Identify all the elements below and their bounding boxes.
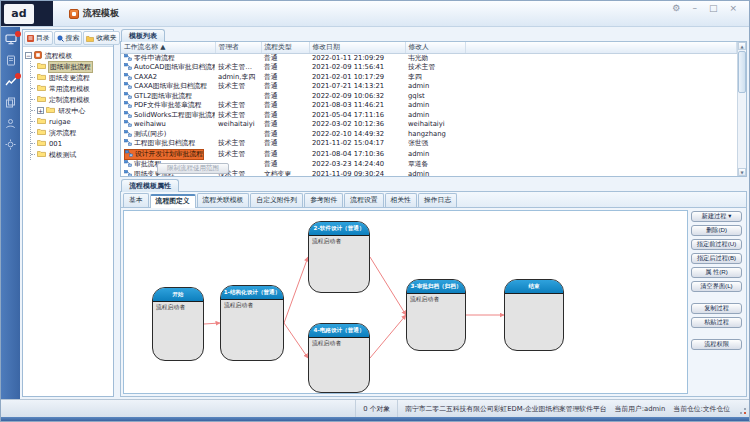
workflow-icon: [124, 101, 132, 111]
right-area: 模板列表 工作流名称 ▲管理者流程类型修改日期修改人 零件申请流程普通2022-…: [118, 29, 747, 397]
tree-root-item[interactable]: −流程模板: [25, 50, 112, 61]
column-header[interactable]: 修改人: [405, 42, 465, 53]
table-cell: 2022-02-10 14:49:32: [309, 130, 405, 140]
close-icon[interactable]: ×: [729, 4, 737, 13]
tree-item[interactable]: 演示流程: [31, 127, 112, 138]
workflow-name: GTL2图纸审批流程: [124, 92, 192, 102]
column-header[interactable]: 管理者: [215, 42, 261, 53]
maximize-icon[interactable]: □: [709, 4, 718, 13]
flow-button[interactable]: 流程权限: [691, 339, 742, 350]
table-cell: 普通: [261, 160, 309, 170]
workflow-name: CAXA图纸审批归档流程: [124, 82, 207, 92]
flow-node-title: 3-审批归档（归档）: [407, 280, 465, 294]
search-button[interactable]: 搜索: [54, 31, 83, 45]
tree-item-label: 常用流程模板: [48, 84, 91, 94]
settings-icon[interactable]: ⚙: [672, 4, 680, 13]
copy-icon[interactable]: [4, 97, 17, 108]
table-row[interactable]: weihaiwuweihaitaiyi普通2022-03-02 10:12:36…: [121, 120, 737, 130]
table-cell: 技术主管: [215, 101, 261, 111]
workflow-name-label: 测试(同步): [134, 131, 167, 139]
tab-template-list[interactable]: 模板列表: [121, 29, 165, 42]
table-row[interactable]: CAXA2admin,李四普通2021-02-01 10:17:29李四: [121, 73, 737, 83]
folder-icon: [37, 117, 46, 126]
table-scrollbar[interactable]: ▲ ▼: [737, 42, 746, 176]
table-row[interactable]: 零件申请流程普通2022-01-11 21:09:29韦光勋: [121, 53, 737, 63]
flow-node-n4[interactable]: 4-电路设计（普通）流程启动者: [308, 323, 370, 393]
table-row[interactable]: AutoCAD图纸审批归档流程技术主管…普通2021-02-09 11:56:4…: [121, 63, 737, 73]
tree-item[interactable]: ruigae: [31, 116, 112, 127]
flow-node-start[interactable]: 开始流程启动者: [152, 287, 204, 361]
expand-icon[interactable]: +: [37, 107, 44, 114]
table-cell: 技术主管: [215, 139, 261, 149]
column-header[interactable]: 流程类型: [261, 42, 309, 53]
flow-button[interactable]: 新建过程 ▾: [691, 211, 742, 222]
flow-node-n1[interactable]: 1-结构化设计（普通）流程启动者: [220, 285, 284, 361]
table-cell: 2021-05-04 17:11:16: [309, 111, 405, 121]
flowchart-canvas[interactable]: 开始流程启动者1-结构化设计（普通）流程启动者2-软件设计（普通）流程启动者4-…: [123, 210, 688, 394]
restrict-scope-button[interactable]: 限制流程使用范围: [157, 163, 229, 174]
scrollbar-thumb[interactable]: [738, 51, 746, 93]
tree-item[interactable]: 图纸审批流程: [31, 61, 112, 72]
tab-template-properties[interactable]: 流程模板属性: [121, 179, 179, 192]
table-cell: [465, 111, 737, 121]
flow-button[interactable]: 属 性(R): [691, 267, 742, 278]
gear-icon[interactable]: [4, 139, 17, 150]
column-header[interactable]: 工作流名称 ▲: [121, 42, 215, 53]
tab-流程关联模板[interactable]: 流程关联模板: [197, 193, 250, 207]
tree-item[interactable]: 001: [31, 138, 112, 149]
table-cell: SolidWorks工程图审批流程: [121, 111, 215, 121]
flow-button[interactable]: 粘贴过程: [691, 317, 742, 328]
tree-item[interactable]: +研发中心: [31, 105, 112, 116]
flow-button[interactable]: 指定后过程(B): [691, 253, 742, 264]
collapse-icon[interactable]: −: [25, 52, 32, 59]
catalog-button[interactable]: 目录: [24, 31, 53, 45]
scroll-up-icon[interactable]: ▲: [738, 42, 746, 50]
flow-node-n3[interactable]: 3-审批归档（归档）流程启动者: [406, 279, 466, 351]
table-row[interactable]: CAXA图纸审批归档流程技术主管普通2021-07-21 14:13:21adm…: [121, 82, 737, 92]
page-title: 流程模板: [83, 7, 119, 20]
tab-参考附件[interactable]: 参考附件: [304, 193, 343, 207]
table-cell: 2021-11-09 09:30:24: [309, 170, 405, 177]
table-row[interactable]: 工程图审批归档流程技术主管普通2021-11-02 15:04:17张世强: [121, 139, 737, 149]
tab-基本[interactable]: 基本: [123, 193, 149, 207]
table-row[interactable]: GTL2图纸审批流程普通2022-02-09 10:06:32gqlst: [121, 92, 737, 102]
resize-grip[interactable]: [737, 403, 747, 415]
flow-button[interactable]: 清空界面(L): [691, 281, 742, 292]
folder-icon: [37, 128, 46, 137]
left-nav-rail: [1, 27, 20, 399]
root-icon: [34, 51, 42, 61]
desktop-icon[interactable]: [4, 34, 17, 45]
tree-item[interactable]: 模板测试: [31, 149, 112, 160]
table-cell: 普通: [261, 149, 309, 161]
tree-item[interactable]: 定制流程模板: [31, 94, 112, 105]
table-cell: 2021-11-02 15:04:17: [309, 139, 405, 149]
scroll-down-icon[interactable]: ▼: [738, 168, 746, 176]
column-header[interactable]: 修改日期: [309, 42, 405, 53]
flow-node-n2[interactable]: 2-软件设计（普通）流程启动者: [308, 221, 370, 293]
tab-流程图定义[interactable]: 流程图定义: [150, 194, 196, 208]
status-object-count: 0 个对象: [355, 400, 397, 417]
tab-流程设置[interactable]: 流程设置: [344, 193, 383, 207]
flow-button[interactable]: 指定前过程(U): [691, 239, 742, 250]
flow-button[interactable]: 复制过程: [691, 303, 742, 314]
flow-button[interactable]: 删除(D): [691, 225, 742, 236]
table-cell: admin: [405, 111, 465, 121]
workflow-name-label: weihaiwu: [134, 121, 166, 129]
minimize-icon[interactable]: –: [692, 4, 697, 13]
table-cell: 李四: [405, 73, 465, 83]
tab-操作日志[interactable]: 操作日志: [418, 193, 457, 207]
tab-相关性[interactable]: 相关性: [385, 193, 417, 207]
tab-自定义附件列[interactable]: 自定义附件列: [250, 193, 303, 207]
table-cell: [465, 82, 737, 92]
table-cell: [465, 73, 737, 83]
users-icon[interactable]: [4, 118, 17, 129]
table-row[interactable]: 测试(同步)普通2022-02-10 14:49:32hangzhang: [121, 130, 737, 140]
tree-item[interactable]: 常用流程模板: [31, 83, 112, 94]
document-icon[interactable]: [4, 55, 17, 66]
table-row[interactable]: PDF文件审批签章流程技术主管普通2021-08-03 11:46:21admi…: [121, 101, 737, 111]
flow-node-end[interactable]: 结束: [504, 279, 564, 351]
tree-item[interactable]: 图纸变更流程: [31, 72, 112, 83]
chart-icon[interactable]: [4, 76, 17, 87]
table-row[interactable]: SolidWorks工程图审批流程技术主管普通2021-05-04 17:11:…: [121, 111, 737, 121]
table-row[interactable]: 设计开发计划审批流程技术主管普通2021-08-04 17:10:36admin: [121, 149, 737, 161]
